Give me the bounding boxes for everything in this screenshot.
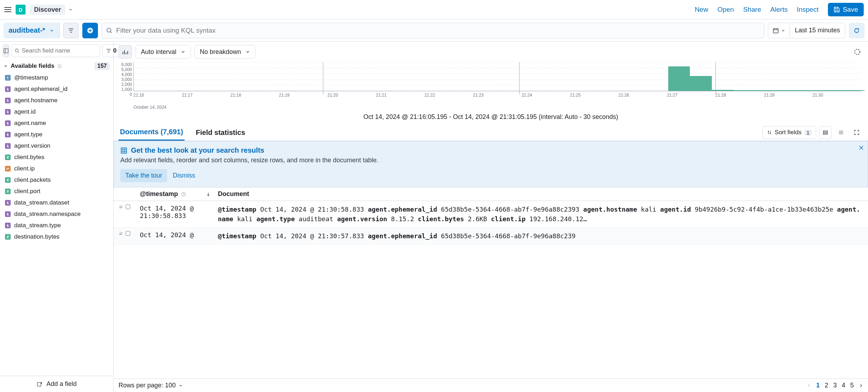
available-fields-header[interactable]: Available fields 157 bbox=[0, 60, 113, 72]
field-name: data_stream.dataset bbox=[14, 199, 69, 206]
page-1[interactable]: 1 bbox=[816, 382, 820, 389]
field-name: client.ip bbox=[14, 165, 35, 172]
collapse-sidebar-button[interactable] bbox=[3, 44, 9, 57]
refresh-button[interactable] bbox=[849, 23, 864, 38]
field-row[interactable]: kagent.name bbox=[0, 118, 113, 129]
info-icon[interactable] bbox=[57, 64, 62, 69]
sort-fields-button[interactable]: Sort fields 1 bbox=[762, 126, 816, 139]
documents-table: @timestamp Document Oct 14, 2024 @ 21:30… bbox=[114, 187, 868, 379]
close-callout-button[interactable] bbox=[858, 145, 864, 151]
field-type-token: # bbox=[5, 177, 11, 183]
svg-point-4 bbox=[15, 49, 18, 52]
field-name: @timestamp bbox=[14, 74, 48, 81]
col-timestamp[interactable]: @timestamp bbox=[140, 190, 178, 198]
field-name: agent.id bbox=[14, 108, 36, 115]
field-row[interactable]: kagent.type bbox=[0, 129, 113, 140]
field-row[interactable]: #destination.bytes bbox=[0, 231, 113, 243]
fullscreen-button[interactable] bbox=[850, 126, 863, 139]
refresh-icon bbox=[853, 27, 860, 34]
field-type-token: k bbox=[5, 200, 11, 206]
top-link-inspect[interactable]: Inspect bbox=[797, 6, 818, 13]
kql-search-input[interactable] bbox=[116, 27, 760, 34]
chevron-down-icon bbox=[49, 28, 54, 33]
field-name: destination.bytes bbox=[14, 233, 60, 240]
field-search-box[interactable] bbox=[11, 44, 100, 57]
time-range-label[interactable]: Last 15 minutes bbox=[790, 27, 845, 34]
tab-field-statistics[interactable]: Field statistics bbox=[194, 125, 247, 140]
field-row[interactable]: kagent.hostname bbox=[0, 95, 113, 106]
save-icon bbox=[834, 6, 840, 13]
expand-icon[interactable] bbox=[119, 205, 123, 209]
filter-button[interactable] bbox=[63, 23, 79, 38]
field-row[interactable]: kdata_stream.dataset bbox=[0, 197, 113, 208]
chart-options-button[interactable] bbox=[852, 46, 863, 58]
sort-desc-icon[interactable] bbox=[206, 192, 211, 197]
chevron-down-icon bbox=[4, 64, 8, 68]
time-picker[interactable]: Last 15 minutes bbox=[768, 23, 845, 38]
display-options-button[interactable] bbox=[819, 126, 832, 139]
field-row[interactable]: #client.port bbox=[0, 186, 113, 197]
page-3[interactable]: 3 bbox=[833, 382, 837, 389]
collapse-icon bbox=[3, 48, 9, 54]
chevron-down-icon bbox=[181, 49, 186, 54]
field-name: client.bytes bbox=[14, 154, 44, 161]
grid-icon bbox=[823, 130, 828, 135]
calendar-button[interactable] bbox=[768, 23, 790, 38]
field-row[interactable]: kagent.version bbox=[0, 140, 113, 152]
take-tour-button[interactable]: Take the tour bbox=[120, 169, 167, 182]
table-row[interactable]: Oct 14, 2024 @ 21:30:58.833@timestamp Oc… bbox=[114, 201, 868, 228]
kql-search-box[interactable] bbox=[101, 23, 764, 38]
row-checkbox[interactable] bbox=[126, 231, 130, 236]
field-row[interactable]: kdata_stream.namespace bbox=[0, 208, 113, 220]
nav-toggle-icon[interactable] bbox=[4, 6, 11, 13]
field-name: client.port bbox=[14, 188, 40, 195]
prev-page-button[interactable] bbox=[807, 383, 811, 388]
top-link-alerts[interactable]: Alerts bbox=[770, 6, 788, 13]
add-field-button[interactable]: Add a field bbox=[0, 376, 113, 392]
field-type-token: # bbox=[5, 234, 11, 240]
page-2[interactable]: 2 bbox=[825, 382, 828, 389]
table-row[interactable]: Oct 14, 2024 @@timestamp Oct 14, 2024 @ … bbox=[114, 228, 868, 245]
col-document[interactable]: Document bbox=[218, 190, 863, 198]
main-content: Auto interval No breakdown 6,0005,0004,0… bbox=[114, 42, 868, 392]
breadcrumb-discover[interactable]: Discover bbox=[30, 5, 65, 15]
density-button[interactable] bbox=[835, 126, 847, 139]
next-page-button[interactable] bbox=[859, 383, 863, 388]
field-row[interactable]: #client.packets bbox=[0, 174, 113, 186]
dismiss-button[interactable]: Dismiss bbox=[173, 172, 195, 179]
sort-count-badge: 1 bbox=[804, 130, 812, 136]
field-type-token: k bbox=[5, 98, 11, 103]
page-4[interactable]: 4 bbox=[842, 382, 845, 389]
field-row[interactable]: kdata_stream.type bbox=[0, 220, 113, 231]
row-timestamp: Oct 14, 2024 @ 21:30:58.833 bbox=[140, 205, 218, 224]
toggle-chart-button[interactable] bbox=[119, 45, 132, 59]
filter-icon bbox=[106, 48, 111, 53]
add-filter-button[interactable] bbox=[82, 23, 98, 38]
add-field-label: Add a field bbox=[46, 380, 77, 388]
field-row[interactable]: kagent.ephemeral_id bbox=[0, 83, 113, 95]
field-row[interactable]: t@timestamp bbox=[0, 72, 113, 83]
save-button[interactable]: Save bbox=[828, 3, 864, 16]
tab-documents[interactable]: Documents (7,691) bbox=[119, 124, 185, 141]
histogram-chart[interactable]: 6,0005,0004,0003,0002,0001,0000 21:1621:… bbox=[114, 62, 868, 105]
svg-rect-10 bbox=[823, 134, 828, 135]
field-row[interactable]: kagent.id bbox=[0, 106, 113, 118]
expand-icon[interactable] bbox=[119, 231, 123, 236]
interval-selector[interactable]: Auto interval bbox=[136, 45, 191, 59]
tour-callout: Get the best look at your search results… bbox=[114, 141, 868, 187]
field-row[interactable]: #client.bytes bbox=[0, 152, 113, 163]
top-link-open[interactable]: Open bbox=[718, 6, 734, 13]
row-checkbox[interactable] bbox=[126, 205, 130, 209]
table-icon bbox=[120, 147, 127, 154]
top-link-share[interactable]: Share bbox=[743, 6, 761, 13]
field-row[interactable]: IPclient.ip bbox=[0, 163, 113, 174]
breakdown-selector[interactable]: No breakdown bbox=[194, 45, 256, 59]
page-5[interactable]: 5 bbox=[850, 382, 854, 389]
dataview-selector[interactable]: auditbeat-* bbox=[4, 23, 60, 38]
field-search-input[interactable] bbox=[22, 47, 97, 54]
filter-icon bbox=[68, 28, 74, 33]
top-link-new[interactable]: New bbox=[695, 6, 708, 13]
chevron-down-icon[interactable] bbox=[68, 7, 73, 12]
rows-per-page-selector[interactable]: Rows per page: 100 bbox=[119, 382, 183, 389]
field-name: agent.ephemeral_id bbox=[14, 86, 67, 93]
